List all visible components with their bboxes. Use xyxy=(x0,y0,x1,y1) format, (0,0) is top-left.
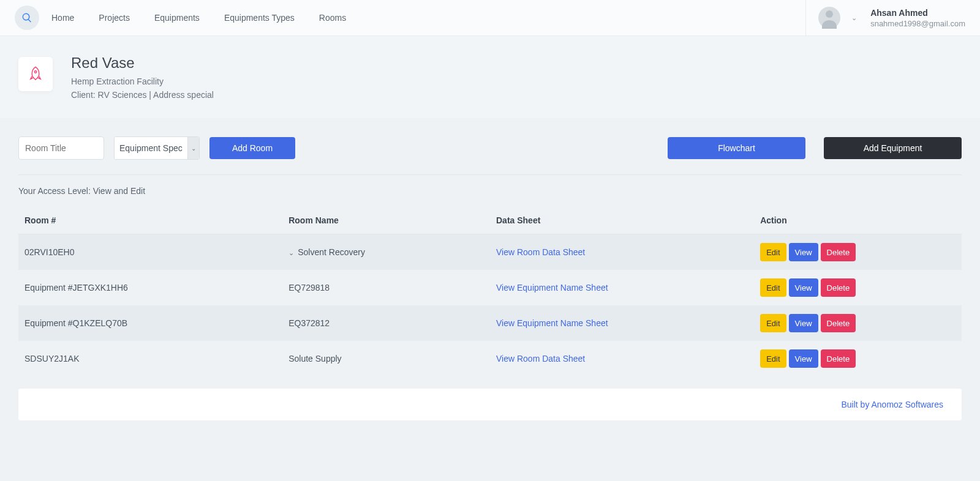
nav-link-rooms[interactable]: Rooms xyxy=(319,13,346,23)
table-row: 02RVI10EH0⌄Solvent RecoveryView Room Dat… xyxy=(18,234,962,270)
equipment-spec-select-field[interactable]: Equipment Spec xyxy=(115,137,187,159)
col-room-name: Room Name xyxy=(282,207,490,234)
cell-action: EditViewDelete xyxy=(754,305,962,341)
rocket-icon xyxy=(27,65,44,83)
access-level-label: Your Access Level: xyxy=(18,186,93,196)
edit-button[interactable]: Edit xyxy=(760,314,786,332)
user-name: Ahsan Ahmed xyxy=(870,8,965,18)
chevron-down-icon[interactable]: ⌄ xyxy=(187,137,199,159)
cell-room-name: Solute Supply xyxy=(282,341,490,376)
data-sheet-link[interactable]: View Room Data Sheet xyxy=(496,247,585,257)
user-text: Ahsan Ahmed snahmed1998@gmail.com xyxy=(870,8,965,28)
col-data-sheet: Data Sheet xyxy=(490,207,754,234)
room-name-text: Solvent Recovery xyxy=(298,247,365,257)
view-button[interactable]: View xyxy=(789,278,818,297)
rooms-table: Room # Room Name Data Sheet Action 02RVI… xyxy=(18,207,962,376)
project-client-address: Client: RV Sciences | Address special xyxy=(71,90,214,100)
equipment-spec-select[interactable]: Equipment Spec ⌄ xyxy=(114,136,200,160)
data-sheet-link[interactable]: View Room Data Sheet xyxy=(496,354,585,364)
cell-data-sheet: View Equipment Name Sheet xyxy=(490,305,754,341)
col-room-no: Room # xyxy=(18,207,282,234)
room-title-input[interactable] xyxy=(18,136,104,160)
view-button[interactable]: View xyxy=(789,349,818,368)
room-name-text: EQ729818 xyxy=(288,283,330,293)
room-name-text: Solute Supply xyxy=(288,354,341,364)
footer-credit-link[interactable]: Built by Anomoz Softwares xyxy=(841,400,943,409)
cell-data-sheet: View Equipment Name Sheet xyxy=(490,270,754,305)
footer: Built by Anomoz Softwares xyxy=(18,389,962,420)
room-name-text: EQ372812 xyxy=(288,318,330,328)
table-row: SDSUY2J1AKSolute SupplyView Room Data Sh… xyxy=(18,341,962,376)
edit-button[interactable]: Edit xyxy=(760,349,786,368)
page-header: Red Vase Hemp Extraction Facility Client… xyxy=(0,36,980,118)
user-email: snahmed1998@gmail.com xyxy=(870,19,965,28)
edit-button[interactable]: Edit xyxy=(760,278,786,297)
divider xyxy=(18,174,962,175)
col-action: Action xyxy=(754,207,962,234)
chevron-down-icon[interactable]: ⌄ xyxy=(288,249,294,257)
flowchart-button[interactable]: Flowchart xyxy=(668,137,805,159)
cell-room-name: ⌄Solvent Recovery xyxy=(282,234,490,270)
project-subtitle: Hemp Extraction Facility xyxy=(71,76,214,86)
cell-room-id: Equipment #JETGXK1HH6 xyxy=(18,270,282,305)
cell-room-name: EQ729818 xyxy=(282,270,490,305)
page-title: Red Vase xyxy=(71,54,214,72)
access-level-value: View and Edit xyxy=(93,186,145,196)
cell-room-id: 02RVI10EH0 xyxy=(18,234,282,270)
svg-point-1 xyxy=(34,71,37,73)
delete-button[interactable]: Delete xyxy=(821,278,856,297)
svg-point-0 xyxy=(826,10,833,18)
toolbar: Equipment Spec ⌄ Add Room Flowchart Add … xyxy=(18,118,962,174)
nav-link-projects[interactable]: Projects xyxy=(99,13,130,23)
cell-data-sheet: View Room Data Sheet xyxy=(490,234,754,270)
cell-action: EditViewDelete xyxy=(754,234,962,270)
cell-action: EditViewDelete xyxy=(754,341,962,376)
cell-room-name: EQ372812 xyxy=(282,305,490,341)
avatar-icon xyxy=(818,7,840,29)
nav-links: Home Projects Equipments Equipments Type… xyxy=(51,13,346,23)
nav-link-equipments-types[interactable]: Equipments Types xyxy=(224,13,295,23)
table-row: Equipment #JETGXK1HH6EQ729818View Equipm… xyxy=(18,270,962,305)
nav-link-home[interactable]: Home xyxy=(51,13,74,23)
avatar xyxy=(818,7,840,29)
content: Equipment Spec ⌄ Add Room Flowchart Add … xyxy=(0,118,980,433)
header-text: Red Vase Hemp Extraction Facility Client… xyxy=(71,54,214,100)
table-row: Equipment #Q1KZELQ70BEQ372812View Equipm… xyxy=(18,305,962,341)
cell-data-sheet: View Room Data Sheet xyxy=(490,341,754,376)
data-sheet-link[interactable]: View Equipment Name Sheet xyxy=(496,318,608,328)
cell-action: EditViewDelete xyxy=(754,270,962,305)
access-level: Your Access Level: View and Edit xyxy=(18,186,962,196)
delete-button[interactable]: Delete xyxy=(821,349,856,368)
view-button[interactable]: View xyxy=(789,243,818,261)
search-button[interactable] xyxy=(15,6,39,30)
delete-button[interactable]: Delete xyxy=(821,314,856,332)
cell-room-id: SDSUY2J1AK xyxy=(18,341,282,376)
view-button[interactable]: View xyxy=(789,314,818,332)
user-menu[interactable]: ⌄ Ahsan Ahmed snahmed1998@gmail.com xyxy=(805,0,965,35)
edit-button[interactable]: Edit xyxy=(760,243,786,261)
add-equipment-button[interactable]: Add Equipment xyxy=(824,137,962,159)
topbar: Home Projects Equipments Equipments Type… xyxy=(0,0,980,36)
chevron-down-icon: ⌄ xyxy=(851,14,857,22)
delete-button[interactable]: Delete xyxy=(821,243,856,261)
data-sheet-link[interactable]: View Equipment Name Sheet xyxy=(496,283,608,293)
add-room-button[interactable]: Add Room xyxy=(209,137,295,159)
nav-link-equipments[interactable]: Equipments xyxy=(154,13,200,23)
cell-room-id: Equipment #Q1KZELQ70B xyxy=(18,305,282,341)
project-logo xyxy=(18,57,53,91)
search-icon xyxy=(21,12,32,23)
